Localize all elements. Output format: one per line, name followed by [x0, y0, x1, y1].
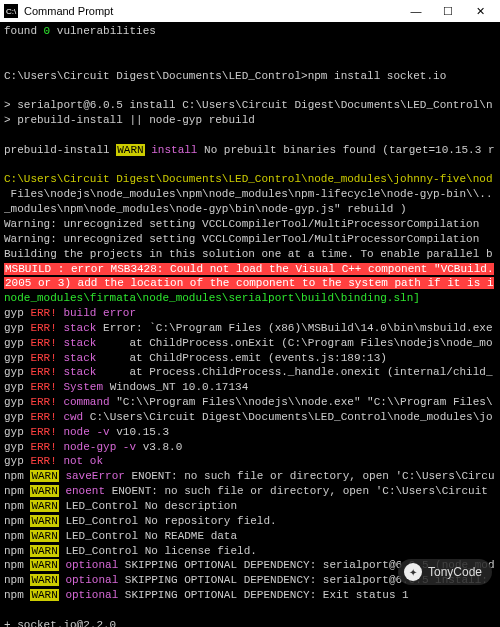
terminal-output[interactable]: found 0 vulnerabilities C:\Users\Circuit… [0, 22, 500, 627]
terminal-line: _modules\npm\node_modules\node-gyp\bin\n… [4, 202, 496, 217]
terminal-line: prebuild-install WARN install No prebuil… [4, 143, 496, 158]
maximize-button[interactable]: ☐ [432, 0, 464, 22]
minimize-button[interactable]: — [400, 0, 432, 22]
terminal-line: gyp ERR! node-gyp -v v3.8.0 [4, 440, 496, 455]
terminal-line: npm WARN optional SKIPPING OPTIONAL DEPE… [4, 588, 496, 603]
terminal-line: gyp ERR! stack at ChildProcess.onExit (C… [4, 336, 496, 351]
terminal-line [4, 39, 496, 54]
terminal-line: node_modules\firmata\node_modules\serial… [4, 291, 496, 306]
terminal-line: Warning: unrecognized setting VCCLCompil… [4, 232, 496, 247]
terminal-line [4, 158, 496, 173]
terminal-line: gyp ERR! System Windows_NT 10.0.17134 [4, 380, 496, 395]
terminal-line: > serialport@6.0.5 install C:\Users\Circ… [4, 98, 496, 113]
terminal-line: Files\nodejs\node_modules\npm\node_modul… [4, 187, 496, 202]
terminal-line: C:\Users\Circuit Digest\Documents\LED_Co… [4, 172, 496, 187]
terminal-line: npm WARN LED_Control No repository field… [4, 514, 496, 529]
watermark-text: TonyCode [428, 565, 482, 579]
terminal-line: npm WARN enoent ENOENT: no such file or … [4, 484, 496, 499]
watermark-badge: ✦ TonyCode [398, 559, 492, 585]
terminal-line: gyp ERR! stack at Process.ChildProcess._… [4, 365, 496, 380]
terminal-line: MSBUILD : error MSB3428: Could not load … [4, 262, 496, 277]
terminal-line: 2005 or 3) add the location of the compo… [4, 276, 496, 291]
terminal-line: > prebuild-install || node-gyp rebuild [4, 113, 496, 128]
terminal-line: npm WARN LED_Control No README data [4, 529, 496, 544]
terminal-line: npm WARN saveError ENOENT: no such file … [4, 469, 496, 484]
terminal-line: Building the projects in this solution o… [4, 247, 496, 262]
terminal-line: gyp ERR! node -v v10.15.3 [4, 425, 496, 440]
terminal-line: found 0 vulnerabilities [4, 24, 496, 39]
terminal-line [4, 128, 496, 143]
close-button[interactable]: ✕ [464, 0, 496, 22]
cmd-icon: C:\ [4, 4, 18, 18]
terminal-line [4, 54, 496, 69]
wechat-icon: ✦ [404, 563, 422, 581]
terminal-line: gyp ERR! command "C:\\Program Files\\nod… [4, 395, 496, 410]
terminal-line: npm WARN LED_Control No license field. [4, 544, 496, 559]
window-title: Command Prompt [24, 5, 400, 17]
terminal-line: gyp ERR! stack Error: `C:\Program Files … [4, 321, 496, 336]
terminal-line: gyp ERR! cwd C:\Users\Circuit Digest\Doc… [4, 410, 496, 425]
terminal-line: C:\Users\Circuit Digest\Documents\LED_Co… [4, 69, 496, 84]
terminal-line: gyp ERR! not ok [4, 454, 496, 469]
terminal-line [4, 83, 496, 98]
terminal-line: + socket.io@2.2.0 [4, 618, 496, 627]
terminal-line: Warning: unrecognized setting VCCLCompil… [4, 217, 496, 232]
terminal-line: gyp ERR! build error [4, 306, 496, 321]
terminal-line [4, 603, 496, 618]
window-controls: — ☐ ✕ [400, 0, 496, 22]
terminal-line: npm WARN LED_Control No description [4, 499, 496, 514]
window-titlebar: C:\ Command Prompt — ☐ ✕ [0, 0, 500, 22]
terminal-line: gyp ERR! stack at ChildProcess.emit (eve… [4, 351, 496, 366]
